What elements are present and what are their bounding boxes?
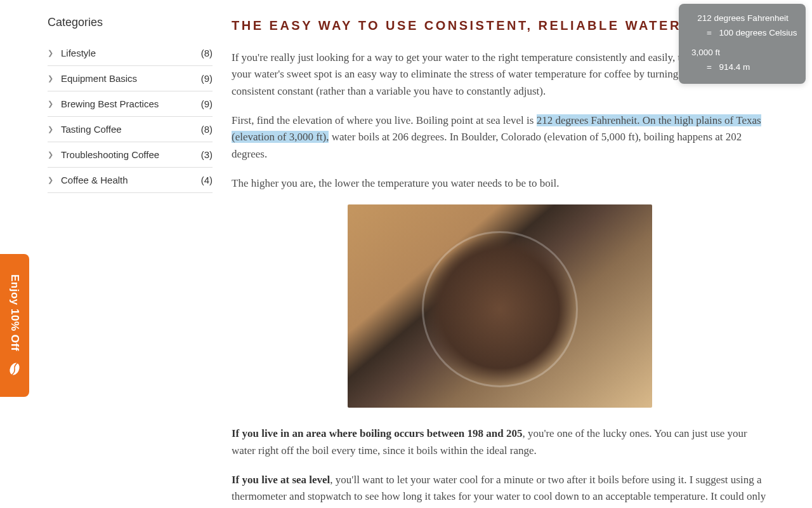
category-count: (9) [201,98,213,109]
paragraph-lucky: If you live in an area where boiling occ… [232,425,768,459]
tooltip-line4: = 914.4 m [688,60,798,75]
article-content: THE EASY WAY TO USE CONSISTENT, RELIABLE… [232,16,768,508]
paragraph-higher: The higher you are, the lower the temper… [232,175,768,192]
chevron-right-icon: ❯ [48,100,53,108]
category-count: (3) [201,149,213,160]
chevron-right-icon: ❯ [48,49,53,57]
category-label: Brewing Best Practices [61,98,159,109]
chevron-right-icon: ❯ [48,176,53,184]
chevron-right-icon: ❯ [48,150,53,159]
category-count: (4) [201,175,213,185]
p5-bold: If you live at sea level [232,474,330,486]
conversion-tooltip: 212 degrees Fahrenheit = 100 degrees Cel… [679,4,806,84]
category-label: Lifestyle [61,48,96,58]
category-label: Coffee & Health [61,175,128,185]
category-item-tasting[interactable]: ❯ Tasting Coffee (8) [48,117,213,142]
tooltip-line1: 212 degrees Fahrenheit [688,11,798,26]
bean-icon [4,359,25,379]
category-left: ❯ Equipment Basics [48,73,137,84]
category-count: (8) [201,124,213,135]
category-item-health[interactable]: ❯ Coffee & Health (4) [48,168,213,193]
category-item-lifestyle[interactable]: ❯ Lifestyle (8) [48,41,213,66]
category-left: ❯ Troubleshooting Coffee [48,149,159,160]
tooltip-line2: = 100 degrees Celsius [688,26,798,41]
category-item-brewing[interactable]: ❯ Brewing Best Practices (9) [48,91,213,117]
category-list: ❯ Lifestyle (8) ❯ Equipment Basics (9) ❯… [48,41,213,193]
category-left: ❯ Coffee & Health [48,175,128,185]
sidebar-title: Categories [48,16,213,29]
category-item-troubleshooting[interactable]: ❯ Troubleshooting Coffee (3) [48,142,213,168]
coffee-pour-image [348,204,652,408]
promo-label: Enjoy 10% Off [8,274,21,351]
promo-tab[interactable]: Enjoy 10% Off [0,254,29,397]
p2-pre: First, find the elevation of where you l… [232,114,537,126]
category-left: ❯ Brewing Best Practices [48,98,159,109]
category-label: Troubleshooting Coffee [61,149,159,160]
chevron-right-icon: ❯ [48,125,53,133]
category-label: Equipment Basics [61,73,137,84]
sidebar: Categories ❯ Lifestyle (8) ❯ Equipment B… [48,16,213,508]
category-left: ❯ Lifestyle [48,48,96,58]
category-count: (9) [201,73,213,84]
category-item-equipment[interactable]: ❯ Equipment Basics (9) [48,66,213,91]
paragraph-sealevel: If you live at sea level, you'll want to… [232,472,768,508]
category-left: ❯ Tasting Coffee [48,124,122,135]
chevron-right-icon: ❯ [48,74,53,83]
p4-bold: If you live in an area where boiling occ… [232,427,522,439]
tooltip-line3: 3,000 ft [688,46,798,60]
paragraph-elevation: First, find the elevation of where you l… [232,112,768,163]
category-count: (8) [201,48,213,58]
category-label: Tasting Coffee [61,124,122,135]
